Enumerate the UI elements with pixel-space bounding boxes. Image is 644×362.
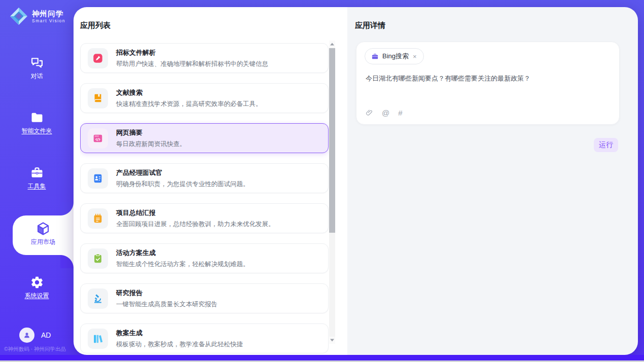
app-card-title: 文献搜索 [116, 88, 262, 97]
copyright-footer: ©神州数码 · 神州问学出品 [4, 346, 75, 353]
resume-icon [88, 168, 108, 189]
prompt-textarea[interactable]: 今日湖北有哪些新闻要点？有哪些需要关注的最新政策？ [366, 74, 610, 84]
app-detail-title: 应用详情 [355, 21, 385, 30]
run-button[interactable]: 运行 [594, 138, 618, 152]
user-account[interactable]: AD [19, 328, 51, 343]
app-card-title: 活动方案生成 [116, 248, 249, 258]
app-card-description: 帮助用户快速、准确地理解和解析招标书中的关键信息 [116, 60, 268, 68]
app-card[interactable]: 网页摘要每日政府新闻资讯快查。 [80, 123, 329, 153]
brand-logo: 神州问学 Smart Vision [9, 7, 65, 26]
chat-icon [30, 56, 44, 70]
app-card-description: 快速精准查找学术资源，提高研究效率的必备工具。 [116, 100, 262, 108]
sidebar-item-settings[interactable]: 系统设置 [0, 275, 74, 300]
sidebar-item-app-market[interactable]: 应用市场 [13, 215, 74, 255]
app-card[interactable]: 活动方案生成智能生成个性化活动方案，轻松解决规划难题。 [80, 243, 329, 273]
app-card-title: 招标文件解析 [116, 48, 268, 57]
scroll-up-button[interactable] [329, 41, 335, 48]
app-card[interactable]: 产品经理面试官明确身份和职责，为您提供专业性的面试问题。 [80, 163, 329, 193]
hash-button[interactable]: # [398, 109, 402, 117]
gear-icon [30, 275, 44, 289]
briefcase-icon [371, 53, 379, 60]
app-card-description: 一键智能生成高质量长文本研究报告 [116, 300, 218, 309]
triangle-down-icon [330, 339, 334, 342]
sidebar-item-chat[interactable]: 对话 [0, 56, 74, 81]
book-icon [88, 88, 108, 108]
scroll-down-button[interactable] [329, 337, 335, 344]
sidebar-item-label: 工具集 [0, 182, 74, 191]
user-initials: AD [41, 331, 51, 339]
sidebar-item-label: 对话 [0, 72, 74, 81]
main-panel: 应用列表 招标文件解析帮助用户快速、准确地理解和解析招标书中的关键信息文献搜索快… [74, 7, 638, 355]
app-card-description: 模板驱动，教案秒成，教学准备从此轻松快捷 [116, 340, 243, 349]
folder-icon [30, 111, 44, 125]
app-card-description: 明确身份和职责，为您提供专业性的面试问题。 [116, 180, 249, 189]
microscope-icon [88, 288, 108, 309]
tool-chip-label: Bing搜索 [382, 52, 409, 61]
app-list-title: 应用列表 [80, 21, 111, 30]
app-card-description: 全面回顾项目进展，总结经验教训，助力未来优化发展。 [116, 220, 275, 229]
app-card-title: 网页摘要 [116, 128, 186, 137]
toolbox-icon [30, 166, 44, 180]
app-card-description: 智能生成个性化活动方案，轻松解决规划难题。 [116, 260, 249, 269]
browser-code-icon [88, 128, 108, 149]
books-icon [88, 329, 108, 349]
tool-chip-bing-search[interactable]: Bing搜索 × [365, 48, 424, 64]
scrollbar[interactable] [329, 41, 335, 344]
app-card[interactable]: 招标文件解析帮助用户快速、准确地理解和解析招标书中的关键信息 [80, 43, 329, 73]
notepad-icon [88, 208, 108, 229]
app-card-title: 项目总结汇报 [116, 208, 275, 218]
edit-square-icon [88, 48, 108, 68]
app-card[interactable]: 研究报告一键智能生成高质量长文本研究报告 [80, 283, 329, 313]
scrollbar-track[interactable] [329, 48, 335, 337]
app-card-title: 教案生成 [116, 329, 243, 338]
app-card-description: 每日政府新闻资讯快查。 [116, 140, 186, 149]
diamond-logo-icon [9, 7, 28, 26]
triangle-up-icon [330, 43, 334, 46]
app-detail-panel: 应用详情 Bing搜索 × 今日湖北有哪些新闻要点？有哪些需要关注的最新政策？ [347, 7, 638, 355]
attach-file-button[interactable] [366, 109, 373, 117]
app-list-panel: 应用列表 招标文件解析帮助用户快速、准确地理解和解析招标书中的关键信息文献搜索快… [74, 7, 347, 355]
sidebar-item-smart-folders[interactable]: 智能文件夹 [0, 111, 74, 135]
app-card-title: 研究报告 [116, 288, 218, 298]
app-card[interactable]: 文献搜索快速精准查找学术资源，提高研究效率的必备工具。 [80, 83, 329, 113]
scrollbar-thumb[interactable] [329, 48, 335, 233]
app-card-title: 产品经理面试官 [116, 168, 249, 177]
app-card[interactable]: 项目总结汇报全面回顾项目进展，总结经验教训，助力未来优化发展。 [80, 203, 329, 233]
sidebar-item-label: 应用市场 [13, 238, 74, 246]
paperclip-icon [366, 109, 373, 117]
app-card[interactable]: 教案生成模板驱动，教案秒成，教学准备从此轻松快捷 [80, 323, 329, 353]
sidebar-item-toolset[interactable]: 工具集 [0, 166, 74, 191]
brand-name: 神州问学 [32, 10, 65, 18]
sidebar-item-label: 系统设置 [0, 292, 74, 300]
sidebar: 神州问学 Smart Vision 对话智能文件夹工具集应用市场系统设置 AD … [0, 0, 74, 355]
mention-button[interactable]: @ [382, 109, 389, 117]
cube-icon [35, 221, 51, 236]
avatar [19, 328, 34, 343]
clipboard-check-icon [88, 248, 108, 269]
bottom-accent-bar [0, 355, 644, 360]
chip-close-icon[interactable]: × [412, 53, 417, 60]
person-icon [22, 331, 31, 340]
prompt-card: Bing搜索 × 今日湖北有哪些新闻要点？有哪些需要关注的最新政策？ @ # [356, 42, 620, 125]
brand-tagline: Smart Vision [32, 18, 65, 23]
sidebar-item-label: 智能文件夹 [0, 127, 74, 135]
